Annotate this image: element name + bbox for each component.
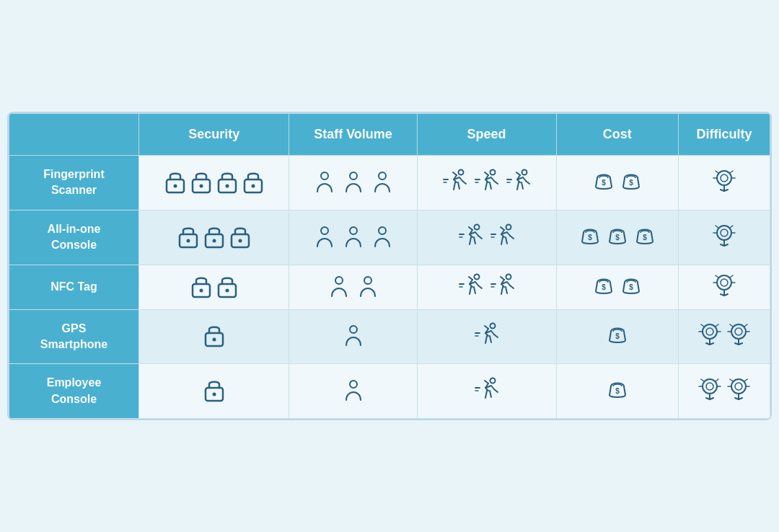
svg-text:$: $ (643, 234, 647, 241)
difficulty-icon-1 (697, 322, 723, 351)
cost-icon-1: $ (591, 168, 616, 198)
speed-icon-1 (472, 376, 501, 406)
staffVolume-icon-2 (340, 224, 366, 251)
staff-volume-cell-0 (289, 155, 417, 210)
svg-point-3 (199, 184, 203, 187)
svg-point-98 (735, 328, 742, 335)
cost-icon-1: $ (591, 272, 616, 302)
svg-point-7 (251, 184, 255, 187)
staffVolume-icon-1 (340, 323, 366, 350)
svg-text:$: $ (602, 283, 606, 291)
speed-icon-1 (441, 168, 470, 198)
svg-point-34 (212, 239, 216, 242)
svg-line-29 (716, 171, 718, 173)
svg-point-42 (474, 224, 479, 229)
svg-point-63 (364, 277, 371, 284)
svg-point-86 (490, 324, 495, 329)
security-icon-1 (164, 168, 187, 198)
security-icon-1 (203, 376, 226, 406)
staff-volume-cell-4 (289, 364, 417, 419)
security-cell-1 (139, 210, 289, 265)
difficulty-icon-2 (726, 376, 752, 406)
svg-point-59 (199, 288, 203, 292)
svg-point-36 (238, 239, 242, 242)
svg-point-107 (212, 393, 216, 396)
difficulty-icon-2 (726, 322, 752, 351)
svg-point-113 (703, 379, 717, 394)
svg-point-61 (225, 288, 229, 292)
svg-point-5 (225, 184, 229, 187)
svg-point-38 (350, 227, 357, 234)
staffVolume-icon-1 (340, 378, 366, 404)
security-icon-3 (229, 223, 252, 252)
security-icon-1 (177, 223, 200, 252)
svg-line-105 (744, 324, 747, 327)
svg-point-23 (721, 174, 728, 182)
cost-icon-2: $ (619, 168, 643, 198)
speed-icon-2 (472, 168, 501, 198)
row-label-1: All-in-oneConsole (9, 210, 139, 265)
security-icon-2 (203, 223, 226, 252)
svg-point-8 (321, 172, 328, 179)
svg-text:$: $ (602, 179, 606, 187)
svg-line-56 (716, 226, 718, 228)
staff-volume-cell-1 (289, 210, 417, 265)
svg-point-13 (458, 169, 463, 174)
row-label-0: FingerprintScanner (9, 155, 139, 210)
difficulty-cell-3 (679, 309, 770, 364)
speed-icon-1 (457, 272, 485, 302)
svg-point-72 (717, 275, 731, 290)
row-label-2: NFC Tag (9, 265, 139, 309)
svg-point-89 (706, 328, 713, 335)
row-label-3: GPSSmartphone (9, 309, 139, 364)
speed-icon-1 (457, 223, 485, 252)
header-difficulty: Difficulty (679, 113, 770, 155)
svg-point-69 (506, 274, 511, 279)
staffVolume-icon-3 (369, 224, 395, 251)
cost-icon-1: $ (605, 376, 630, 406)
staff-volume-cell-2 (289, 265, 417, 309)
table-row: GPSSmartphone $ (9, 309, 770, 364)
staffVolume-icon-2 (340, 169, 366, 196)
cost-icon-1: $ (605, 322, 630, 351)
staffVolume-icon-1 (312, 169, 338, 196)
staff-volume-cell-3 (289, 309, 417, 364)
svg-line-80 (730, 275, 733, 278)
comparison-table: Security Staff Volume Speed Cost Difficu… (7, 112, 772, 420)
security-icon-3 (216, 168, 239, 198)
svg-line-79 (716, 275, 718, 278)
svg-point-83 (350, 326, 357, 333)
svg-point-9 (350, 172, 357, 179)
staffVolume-icon-2 (355, 274, 381, 301)
svg-point-88 (703, 324, 717, 339)
svg-point-16 (490, 169, 495, 174)
speed-icon-2 (488, 223, 517, 252)
svg-text:$: $ (629, 179, 633, 187)
svg-point-37 (321, 227, 328, 234)
svg-line-96 (716, 324, 718, 327)
svg-line-120 (701, 379, 704, 381)
security-cell-2 (139, 265, 289, 309)
table-row: NFC Tag $ (9, 265, 770, 309)
cost-cell-3: $ (556, 309, 679, 364)
svg-point-123 (735, 383, 742, 390)
row-label-4: EmployeeConsole (9, 364, 139, 419)
cost-cell-2: $ $ (556, 265, 679, 309)
security-icon-1 (190, 272, 213, 302)
header-empty (9, 113, 139, 155)
cost-icon-2: $ (605, 223, 630, 252)
security-icon-1 (203, 322, 226, 351)
svg-text:$: $ (615, 387, 620, 395)
cost-cell-4: $ (556, 364, 679, 419)
svg-text:$: $ (588, 234, 592, 241)
svg-point-82 (212, 338, 216, 342)
speed-cell-2 (417, 265, 556, 309)
svg-point-49 (717, 226, 731, 240)
speed-icon-1 (472, 322, 501, 351)
table-row: FingerprintScanner (9, 155, 770, 210)
speed-cell-1 (417, 210, 556, 265)
svg-line-95 (701, 324, 704, 327)
svg-line-121 (716, 379, 718, 381)
svg-point-97 (731, 324, 746, 339)
speed-cell-0 (417, 155, 556, 210)
